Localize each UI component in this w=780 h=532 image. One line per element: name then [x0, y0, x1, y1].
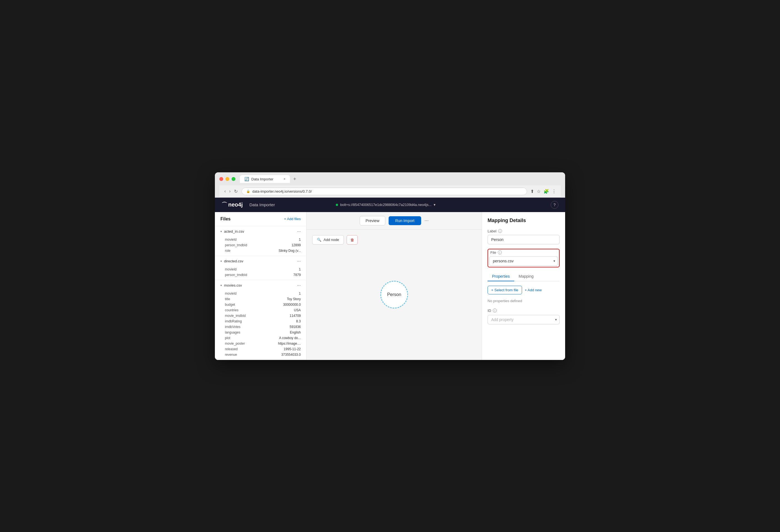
help-button[interactable]: ?: [551, 201, 558, 209]
file-list: ▾ acted_in.csv ··· movieId 1 person_tmdb…: [215, 226, 306, 360]
file-row-key: title: [225, 297, 230, 301]
file-row-key: movieId: [225, 268, 237, 271]
file-row-value: 373554033.0: [281, 353, 301, 356]
file-row-value: 12899: [292, 243, 301, 247]
file-row-key: movie_poster: [225, 342, 245, 345]
file-row-key: person_tmdbId: [225, 273, 247, 277]
list-item: countries USA: [225, 307, 301, 313]
file-row-value: 7879: [293, 273, 301, 277]
file-name: movies.csv: [224, 283, 242, 287]
mapping-tabs: Properties Mapping: [488, 272, 559, 281]
file-info-icon[interactable]: i: [498, 250, 502, 254]
add-property-select-wrapper: Add property ▾: [488, 315, 559, 324]
share-button[interactable]: ⬆: [530, 189, 534, 194]
file-row-value: Toy Story: [287, 297, 301, 301]
label-field-label: Label i: [488, 229, 559, 233]
connection-text: bolt+s://85474006517e1dc2988064c7a2109d4…: [340, 203, 432, 207]
chevron-down-icon: ▾: [221, 230, 222, 233]
app-bar: ⌒ neo4j Data Importer bolt+s://854740065…: [215, 198, 565, 212]
list-item: imdbVotes 591836: [225, 324, 301, 330]
minimize-traffic-light[interactable]: [226, 177, 229, 181]
file-rows: movieId 1 person_tmdbId 12899 role Slink…: [215, 237, 306, 256]
file-section-acted_in-csv: ▾ acted_in.csv ··· movieId 1 person_tmdb…: [215, 226, 306, 256]
file-menu-button[interactable]: ···: [297, 259, 301, 264]
file-select[interactable]: persons.csv: [489, 256, 558, 266]
list-item: imdbRating 8.3: [225, 319, 301, 324]
back-button[interactable]: ‹: [224, 188, 226, 194]
file-row-value: English: [290, 331, 301, 334]
address-input[interactable]: 🔒 data-importer.neo4j.io/versions/0.7.0/: [242, 188, 527, 195]
list-item: languages English: [225, 330, 301, 335]
list-item: title Toy Story: [225, 296, 301, 302]
file-row-value: 1995-11-22: [284, 347, 301, 351]
run-import-button[interactable]: Run Import: [389, 216, 421, 225]
more-options-button[interactable]: ···: [425, 217, 429, 224]
file-row-key: countries: [225, 308, 239, 312]
search-icon: 🔍: [317, 238, 321, 242]
file-row-value: 30000000.0: [283, 303, 301, 306]
file-header[interactable]: ▾ directed.csv ···: [215, 256, 306, 267]
select-from-file-button[interactable]: + Select from file: [488, 286, 522, 294]
person-node[interactable]: Person: [380, 281, 408, 308]
extension-button[interactable]: 🧩: [543, 189, 549, 194]
tab-mapping[interactable]: Mapping: [514, 272, 538, 281]
file-header-left: ▾ movies.csv: [221, 283, 242, 287]
add-files-button[interactable]: + Add files: [284, 217, 301, 221]
canvas-body[interactable]: 🔍 Add node 🗑 Person: [307, 230, 482, 360]
preview-button[interactable]: Preview: [360, 216, 385, 226]
add-property-select[interactable]: Add property: [488, 315, 559, 324]
reload-button[interactable]: ↻: [234, 188, 238, 195]
traffic-lights: [219, 177, 236, 181]
active-tab[interactable]: 🔄 Data Importer ×: [240, 175, 290, 183]
maximize-traffic-light[interactable]: [232, 177, 236, 181]
file-row-value: 1: [299, 292, 301, 295]
more-options-button[interactable]: ⋮: [552, 189, 556, 194]
browser-tabs: 🔄 Data Importer × +: [240, 175, 299, 183]
connection-info[interactable]: bolt+s://85474006517e1dc2988064c7a2109d4…: [336, 203, 436, 207]
close-traffic-light[interactable]: [219, 177, 223, 181]
file-row-key: budget: [225, 303, 235, 306]
neo4j-logo: ⌒ neo4j: [222, 201, 243, 208]
panel-title: Mapping Details: [488, 217, 559, 224]
tab-icon: 🔄: [244, 177, 249, 181]
file-menu-button[interactable]: ···: [297, 283, 301, 288]
forward-button[interactable]: ›: [229, 188, 231, 194]
label-input[interactable]: [488, 235, 559, 244]
file-row-value: 1: [299, 268, 301, 271]
file-header[interactable]: ▾ acted_in.csv ···: [215, 226, 306, 237]
file-row-key: movieId: [225, 238, 237, 242]
id-section: ID i Add property ▾: [488, 308, 559, 324]
chevron-down-icon: ▾: [221, 259, 222, 263]
file-row-key: imdbRating: [225, 319, 242, 323]
delete-button[interactable]: 🗑: [347, 235, 358, 245]
sidebar-header: Files + Add files: [215, 212, 306, 226]
list-item: plot A cowboy do...: [225, 335, 301, 341]
file-row-value: 114709: [290, 314, 301, 318]
file-rows: movieId 1 title Toy Story budget 3000000…: [215, 291, 306, 360]
trash-icon: 🗑: [350, 238, 354, 242]
file-section-directed-csv: ▾ directed.csv ··· movieId 1 person_tmdb…: [215, 256, 306, 280]
file-field-label: File i: [489, 250, 558, 255]
label-info-icon[interactable]: i: [498, 229, 502, 233]
new-tab-button[interactable]: +: [291, 175, 299, 183]
list-item: released 1995-11-22: [225, 346, 301, 352]
file-select-wrapper: File i persons.csv ▾: [488, 249, 559, 268]
id-info-icon[interactable]: i: [493, 308, 497, 312]
add-new-button[interactable]: + Add new: [525, 286, 542, 294]
file-row-value: https://image....: [278, 342, 301, 345]
list-item: person_tmdbId 7879: [225, 272, 301, 278]
file-row-key: role: [225, 249, 231, 253]
bookmark-button[interactable]: ☆: [537, 189, 541, 194]
list-item: movieId 1: [225, 267, 301, 272]
node-label: Person: [387, 292, 401, 297]
list-item: movie_poster https://image....: [225, 341, 301, 346]
help-icon: ?: [553, 203, 556, 207]
file-header[interactable]: ▾ movies.csv ···: [215, 280, 306, 291]
tab-properties[interactable]: Properties: [488, 272, 514, 281]
file-menu-button[interactable]: ···: [297, 229, 301, 234]
tab-close-icon[interactable]: ×: [284, 177, 286, 181]
address-bar: ‹ › ↻ 🔒 data-importer.neo4j.io/versions/…: [219, 185, 561, 198]
sidebar-title: Files: [221, 216, 231, 222]
canvas-toolbar: Preview Run Import ···: [307, 212, 482, 230]
add-node-button[interactable]: 🔍 Add node: [312, 235, 344, 245]
